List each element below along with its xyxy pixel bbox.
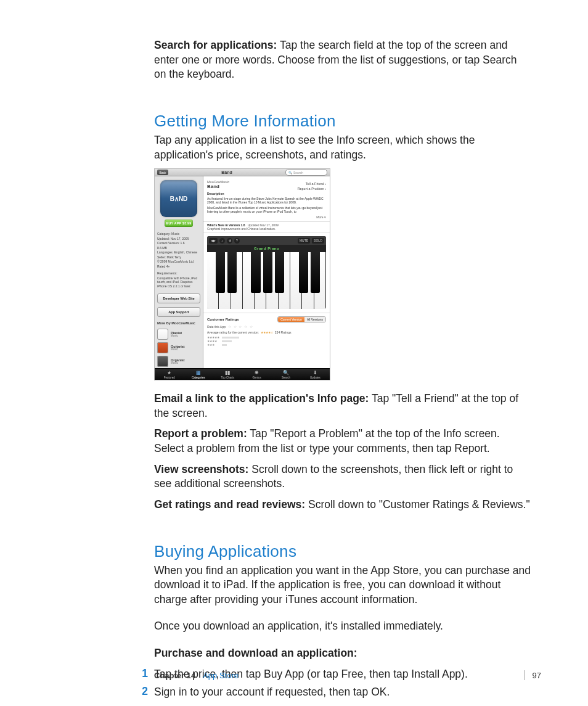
search-apps-label: Search for applications:: [154, 39, 277, 51]
tab-top-charts[interactable]: ▮▮Top Charts: [213, 369, 242, 380]
app-support-button[interactable]: App Support: [157, 307, 200, 317]
tab-bar: ★Featured ▦Categories ▮▮Top Charts ✺Geni…: [155, 368, 330, 380]
search-icon: 🔍: [283, 369, 289, 376]
section-getting-more-info-title: Getting More Information: [154, 112, 531, 131]
section1-paragraph: Tap any application in a list to see the…: [154, 133, 531, 162]
search-placeholder: Search: [293, 171, 303, 174]
back-button[interactable]: Back: [157, 170, 168, 175]
nav-title: Band: [172, 170, 282, 174]
tab-categories[interactable]: ▦Categories: [184, 369, 213, 380]
section-buying-apps-title: Buying Applications: [154, 542, 531, 561]
buy-button[interactable]: BUY APP $3.99: [165, 220, 193, 227]
search-field[interactable]: 🔍 Search: [285, 169, 327, 176]
step-text: Sign in to your account if requested, th…: [154, 685, 390, 700]
step-2: 2 Sign in to your account if requested, …: [154, 685, 531, 700]
task-heading: Purchase and download an application:: [154, 646, 531, 661]
page-number: 97: [525, 670, 541, 680]
chapter-name: App Store: [203, 671, 239, 680]
related-app-guitarist[interactable]: GuitaristMusic: [155, 341, 203, 355]
genius-icon: ✺: [254, 369, 260, 376]
customer-ratings: Customer Ratings Current Version All Ver…: [203, 313, 330, 350]
email-link-paragraph: Email a link to the application's Info p…: [154, 392, 531, 421]
view-screenshots-paragraph: View screenshots: Scroll down to the scr…: [154, 462, 531, 491]
app-screenshot-preview[interactable]: ◀▶ ♪ ⚙ ? MUTE SOLO Grand Piano: [207, 236, 326, 309]
tab-featured[interactable]: ★Featured: [155, 369, 184, 380]
ratings-reviews-paragraph: Get ratings and read reviews: Scroll dow…: [154, 498, 531, 512]
page-footer: Chapter 14 App Store 97: [154, 670, 541, 680]
report-problem-link[interactable]: Report a Problem ›: [207, 187, 326, 191]
step-number: 1: [132, 667, 154, 680]
tab-search[interactable]: 🔍Search: [271, 369, 300, 380]
updates-icon: ⬇: [312, 369, 318, 376]
charts-icon: ▮▮: [224, 369, 231, 376]
app-icon: B∧ND: [160, 180, 197, 217]
rate-stars[interactable]: ☆ ☆ ☆ ☆ ☆: [228, 324, 253, 329]
ratings-segment[interactable]: Current Version All Versions: [277, 316, 326, 322]
developer-website-button[interactable]: Developer Web Site: [157, 293, 200, 303]
related-app-pianist[interactable]: PianistMusic: [155, 327, 203, 341]
more-by-header: More By MooCowMusic: [155, 319, 203, 327]
app-store-info-screenshot: Back Band 🔍 Search B∧ND BUY APP $3.99 Ca…: [154, 168, 330, 380]
tab-genius[interactable]: ✺Genius: [242, 369, 271, 380]
grid-icon: ▦: [195, 369, 202, 376]
search-apps-paragraph: Search for applications: Tap the search …: [154, 38, 531, 82]
whats-new: What's New in Version 1.6 Updated Nov 17…: [203, 221, 330, 232]
buying-p2: Once you download an application, it's i…: [154, 619, 531, 634]
nav-bar: Back Band 🔍 Search: [155, 169, 330, 176]
report-problem-paragraph: Report a problem: Tap "Report a Problem"…: [154, 427, 531, 456]
star-icon: ★: [166, 369, 173, 376]
app-description: Description As featured live on stage du…: [203, 192, 330, 221]
chapter-label: Chapter 14: [154, 671, 195, 680]
document-page: Search for applications: Tap the search …: [0, 0, 588, 706]
info-sidebar: B∧ND BUY APP $3.99 Category: Music Updat…: [155, 176, 203, 368]
info-main: MooCowMusic Band Tell a Friend › Report …: [203, 176, 330, 368]
buying-p1: When you find an application you want in…: [154, 564, 531, 607]
app-metadata: Category: Music Updated: Nov 17, 2009 Cu…: [155, 231, 203, 292]
tab-updates[interactable]: ⬇Updates: [301, 369, 330, 380]
related-app-organist[interactable]: OrganistMusic: [155, 355, 203, 368]
more-link[interactable]: More ▾: [207, 215, 326, 219]
search-icon: 🔍: [288, 171, 292, 174]
tell-a-friend-link[interactable]: Tell a Friend ›: [207, 182, 326, 186]
step-number: 2: [132, 685, 154, 698]
